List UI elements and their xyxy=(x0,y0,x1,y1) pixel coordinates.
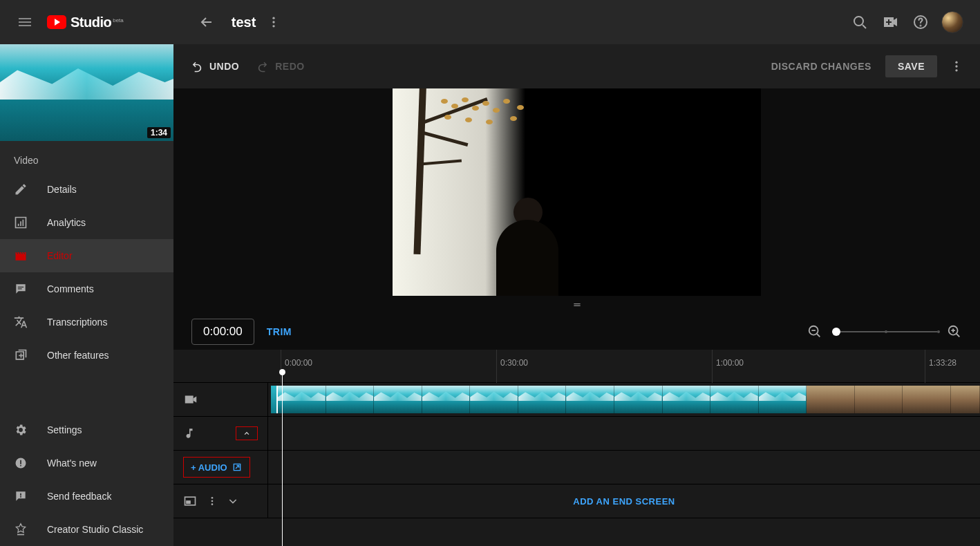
svg-point-1 xyxy=(273,21,275,23)
sidebar-item-label: Creator Studio Classic xyxy=(47,524,143,535)
logo-beta: beta xyxy=(113,17,124,23)
audio-track-header xyxy=(173,417,268,450)
search-button[interactable] xyxy=(846,8,874,36)
topbar: Studio beta test xyxy=(0,0,980,44)
sidebar: 1:34 Video Details Analytics Editor Comm… xyxy=(0,44,173,546)
duration-badge: 1:34 xyxy=(147,127,171,138)
zoom-slider[interactable] xyxy=(832,331,937,332)
svg-point-2 xyxy=(273,25,275,27)
new-icon xyxy=(14,456,33,470)
svg-rect-13 xyxy=(187,501,190,503)
collapse-audio-button[interactable] xyxy=(236,426,258,440)
svg-point-8 xyxy=(955,65,957,67)
back-button[interactable] xyxy=(193,8,220,36)
studio-logo[interactable]: Studio beta xyxy=(47,15,124,30)
playhead[interactable] xyxy=(282,370,283,546)
save-button[interactable]: SAVE xyxy=(885,55,937,77)
svg-point-3 xyxy=(854,17,863,26)
sidebar-item-feedback[interactable]: Send feedback xyxy=(0,480,173,513)
undo-button[interactable]: UNDO xyxy=(190,59,239,73)
logo-text: Studio xyxy=(70,15,111,30)
clapper-icon xyxy=(14,249,33,263)
music-icon xyxy=(183,427,196,440)
video-track xyxy=(173,383,980,417)
undo-icon xyxy=(190,59,204,73)
svg-point-7 xyxy=(955,62,957,64)
toolbar-more-button[interactable] xyxy=(950,59,963,73)
title-more-button[interactable] xyxy=(267,15,281,29)
sidebar-item-transcriptions[interactable]: Transcriptions xyxy=(0,305,173,339)
sidebar-item-other[interactable]: Other features xyxy=(0,339,173,372)
audio-add-track: + AUDIO xyxy=(173,451,980,484)
sidebar-item-settings[interactable]: Settings xyxy=(0,413,173,446)
ruler-tick: 0:30:00 xyxy=(500,358,528,368)
undo-label: UNDO xyxy=(209,61,239,72)
clip-trim-handle[interactable] xyxy=(271,386,278,413)
feedback-icon xyxy=(14,489,33,503)
editor-toolbar: UNDO REDO DISCARD CHANGES SAVE xyxy=(173,44,980,88)
endscreen-track: ADD AN END SCREEN xyxy=(173,484,980,518)
video-preview[interactable] xyxy=(393,88,761,296)
sidebar-item-whatsnew[interactable]: What's new xyxy=(0,446,173,480)
timeline-ruler[interactable]: 0:00:00 0:30:00 1:00:00 1:33:28 xyxy=(173,350,980,383)
svg-point-5 xyxy=(921,26,921,26)
track-more-button[interactable] xyxy=(207,496,218,507)
sidebar-item-label: Comments xyxy=(47,283,94,294)
video-track-header xyxy=(173,383,268,416)
translate-icon xyxy=(14,315,33,329)
sidebar-item-label: Transcriptions xyxy=(47,317,107,328)
sidebar-item-comments[interactable]: Comments xyxy=(0,272,173,305)
zoom-out-button[interactable] xyxy=(807,324,822,339)
svg-point-0 xyxy=(273,17,275,19)
svg-point-16 xyxy=(211,503,214,505)
sidebar-item-label: Settings xyxy=(47,424,82,435)
zoom-slider-handle[interactable] xyxy=(832,328,840,336)
sidebar-item-editor[interactable]: Editor xyxy=(0,239,173,272)
video-clip[interactable] xyxy=(271,386,980,413)
timecode-input[interactable]: 0:00:00 xyxy=(191,319,254,345)
preview-area xyxy=(173,88,980,296)
external-link-icon xyxy=(232,462,243,473)
comments-icon xyxy=(14,282,33,296)
redo-icon xyxy=(256,59,270,73)
page-title: test xyxy=(232,15,256,30)
redo-label: REDO xyxy=(275,61,304,72)
svg-point-14 xyxy=(211,497,214,499)
menu-button[interactable] xyxy=(11,8,39,36)
sidebar-item-label: Editor xyxy=(47,250,73,261)
svg-point-15 xyxy=(211,500,214,502)
video-icon xyxy=(183,392,198,407)
add-end-screen-button[interactable]: ADD AN END SCREEN xyxy=(573,496,675,507)
sidebar-item-label: What's new xyxy=(47,458,97,469)
resize-handle[interactable] xyxy=(173,296,980,314)
analytics-icon xyxy=(14,216,33,229)
create-button[interactable] xyxy=(876,8,904,36)
ruler-tick: 1:33:28 xyxy=(929,358,957,368)
trim-button[interactable]: TRIM xyxy=(267,326,292,337)
sidebar-item-label: Analytics xyxy=(47,217,86,228)
sidebar-item-label: Other features xyxy=(47,350,109,361)
add-audio-label: + AUDIO xyxy=(191,462,227,473)
sidebar-item-details[interactable]: Details xyxy=(0,173,173,206)
add-audio-button[interactable]: + AUDIO xyxy=(183,457,250,478)
audio-track xyxy=(173,417,980,451)
redo-button[interactable]: REDO xyxy=(256,59,304,73)
video-thumbnail[interactable]: 1:34 xyxy=(0,44,173,141)
svg-point-9 xyxy=(955,69,957,71)
sidebar-item-label: Details xyxy=(47,184,77,195)
timeline: 0:00:00 0:30:00 1:00:00 1:33:28 xyxy=(173,350,980,546)
expand-endscreen-button[interactable] xyxy=(227,496,238,507)
discard-button[interactable]: DISCARD CHANGES xyxy=(771,61,871,72)
pencil-icon xyxy=(14,182,33,196)
endscreen-track-header xyxy=(173,484,268,518)
zoom-in-button[interactable] xyxy=(947,324,962,339)
timeline-controls: 0:00:00 TRIM xyxy=(173,314,980,350)
editor-content: UNDO REDO DISCARD CHANGES SAVE xyxy=(173,44,980,546)
help-button[interactable] xyxy=(907,8,934,36)
avatar[interactable] xyxy=(941,11,963,33)
classic-icon xyxy=(14,523,33,536)
endscreen-icon xyxy=(183,494,197,508)
youtube-play-icon xyxy=(47,15,66,29)
sidebar-item-analytics[interactable]: Analytics xyxy=(0,206,173,239)
sidebar-item-classic[interactable]: Creator Studio Classic xyxy=(0,513,173,546)
